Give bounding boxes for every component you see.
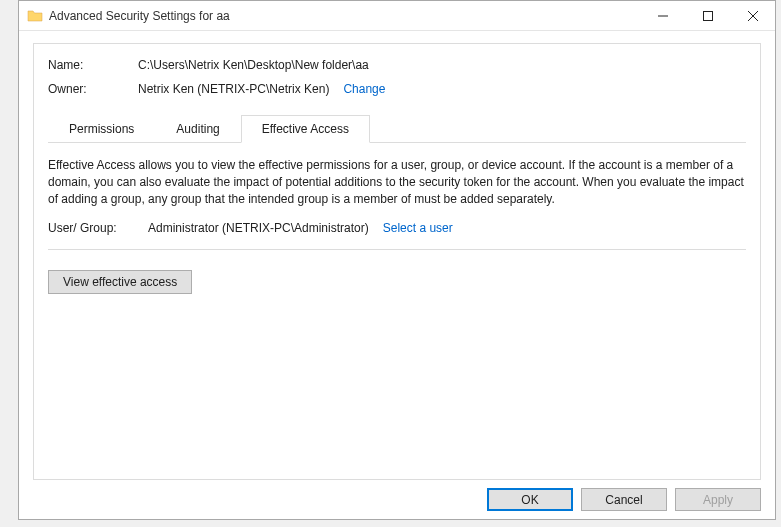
change-owner-link[interactable]: Change bbox=[343, 82, 385, 96]
user-group-value: Administrator (NETRIX-PC\Administrator) bbox=[148, 221, 369, 235]
owner-row: Owner: Netrix Ken (NETRIX-PC\Netrix Ken)… bbox=[48, 82, 746, 96]
minimize-button[interactable] bbox=[640, 1, 685, 30]
advanced-security-dialog: Advanced Security Settings for aa Name: … bbox=[18, 0, 776, 520]
apply-button[interactable]: Apply bbox=[675, 488, 761, 511]
maximize-button[interactable] bbox=[685, 1, 730, 30]
select-user-link[interactable]: Select a user bbox=[383, 221, 453, 235]
name-row: Name: C:\Users\Netrix Ken\Desktop\New fo… bbox=[48, 58, 746, 72]
cancel-button[interactable]: Cancel bbox=[581, 488, 667, 511]
user-group-label: User/ Group: bbox=[48, 221, 148, 235]
dialog-button-row: OK Cancel Apply bbox=[33, 480, 761, 511]
tab-auditing[interactable]: Auditing bbox=[155, 115, 240, 143]
dialog-content: Name: C:\Users\Netrix Ken\Desktop\New fo… bbox=[19, 31, 775, 519]
name-label: Name: bbox=[48, 58, 138, 72]
ok-button[interactable]: OK bbox=[487, 488, 573, 511]
window-controls bbox=[640, 1, 775, 30]
effective-access-tab-body: Effective Access allows you to view the … bbox=[48, 143, 746, 469]
owner-label: Owner: bbox=[48, 82, 138, 96]
titlebar: Advanced Security Settings for aa bbox=[19, 1, 775, 31]
name-value: C:\Users\Netrix Ken\Desktop\New folder\a… bbox=[138, 58, 369, 72]
folder-icon bbox=[27, 8, 43, 24]
inner-panel: Name: C:\Users\Netrix Ken\Desktop\New fo… bbox=[33, 43, 761, 480]
owner-value: Netrix Ken (NETRIX-PC\Netrix Ken) bbox=[138, 82, 329, 96]
effective-access-description: Effective Access allows you to view the … bbox=[48, 157, 746, 207]
tab-strip: Permissions Auditing Effective Access bbox=[48, 114, 746, 143]
svg-rect-0 bbox=[703, 11, 712, 20]
tab-effective-access[interactable]: Effective Access bbox=[241, 115, 370, 143]
tab-permissions[interactable]: Permissions bbox=[48, 115, 155, 143]
window-title: Advanced Security Settings for aa bbox=[49, 9, 640, 23]
view-effective-access-button[interactable]: View effective access bbox=[48, 270, 192, 294]
close-button[interactable] bbox=[730, 1, 775, 30]
user-group-row: User/ Group: Administrator (NETRIX-PC\Ad… bbox=[48, 221, 746, 250]
